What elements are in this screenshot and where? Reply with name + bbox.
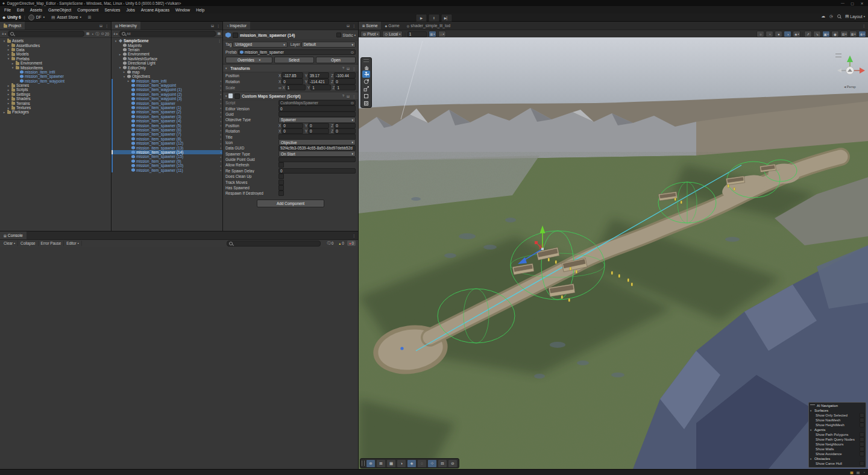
window-grid-icon[interactable]: ⊞	[88, 15, 92, 20]
prefab-open-chevron-icon[interactable]: ›	[220, 128, 222, 132]
tab-console[interactable]: ▤ Console	[0, 231, 27, 239]
more-icon[interactable]: ⋮	[862, 24, 866, 28]
tab-shader-simple-lit-lod[interactable]: ◎shader_simple_lit_lod	[403, 22, 454, 30]
search-by-label-icon[interactable]: ◔	[91, 32, 93, 36]
foldout-arrow-icon[interactable]: ▾	[122, 75, 126, 78]
lock-icon[interactable]: ⊟	[347, 24, 350, 28]
ai-nav-item-show-walls[interactable]: Show Walls	[810, 447, 864, 451]
camera-settings-icon[interactable]: ▣▾	[822, 31, 830, 37]
menu-services[interactable]: Services	[101, 8, 123, 12]
foldout-arrow-icon[interactable]: ▸	[7, 101, 10, 105]
project-search-input[interactable]	[8, 31, 84, 37]
overlay-drag-handle[interactable]	[810, 404, 815, 407]
background-progress-icon[interactable]: ◔	[863, 471, 865, 474]
scene-visibility-icon[interactable]: ◉	[831, 31, 839, 37]
rect-tool[interactable]	[362, 92, 370, 99]
favorites-icon[interactable]: ⓘ	[95, 31, 99, 37]
tree-item-mission-item-spawner-5[interactable]: mission_item_spawner (5)›	[112, 123, 222, 127]
foldout-arrow-icon[interactable]: ▾	[7, 57, 10, 60]
tree-item-settings[interactable]: ▸Settings	[0, 92, 111, 96]
gameobject-name[interactable]: mission_item_spawner (14)	[240, 33, 295, 37]
ai-nav-section-surfaces[interactable]: ▾Surfaces	[810, 408, 864, 413]
tab-hierarchy[interactable]: ▤ Hierarchy	[112, 22, 140, 30]
tree-item-mission-item-spawner-2[interactable]: mission_item_spawner (2)›	[112, 110, 222, 114]
vector-field-z[interactable]: -100.44	[334, 72, 356, 78]
foldout-arrow-icon[interactable]: ▸	[11, 61, 14, 65]
tree-item-terrains[interactable]: ▸Terrains	[0, 101, 111, 105]
checkbox[interactable]	[278, 190, 284, 196]
tree-item-environment[interactable]: ▸Environment	[0, 61, 111, 65]
rotate-tool[interactable]	[362, 78, 370, 85]
isolate-icon[interactable]: ⇘	[813, 31, 821, 37]
vector-field-z[interactable]: 0	[334, 128, 356, 134]
vector-field-y[interactable]: 0	[308, 123, 329, 129]
cloud-icon[interactable]: ☁	[821, 14, 825, 19]
foldout-arrow-icon[interactable]: ▸	[7, 48, 10, 51]
tree-item-mission-item-infil[interactable]: mission_item_infil	[0, 70, 111, 74]
gameobject-enabled-checkbox[interactable]	[233, 33, 238, 38]
prefab-open-chevron-icon[interactable]: ›	[220, 164, 222, 168]
dropdown-field[interactable]: On Start▾	[278, 151, 356, 157]
zoom-icon[interactable]: ◌	[417, 459, 427, 468]
foldout-arrow-icon[interactable]: ▸	[2, 110, 6, 114]
more-icon[interactable]: ⋮	[218, 39, 223, 43]
menu-arcane-alpacas[interactable]: Arcane Alpacas	[138, 8, 172, 12]
prefab-open-chevron-icon[interactable]: ›	[220, 84, 222, 87]
checkbox[interactable]	[860, 451, 864, 456]
move-tool[interactable]	[362, 71, 370, 78]
prefab-open-chevron-icon[interactable]: ›	[220, 92, 222, 96]
foldout-arrow-icon[interactable]: ▸	[7, 43, 10, 47]
text-field[interactable]	[278, 112, 356, 118]
select-button[interactable]: Select	[274, 57, 314, 63]
skybox-toggle-icon[interactable]: ◑	[784, 31, 791, 37]
dropdown-field[interactable]: Spawner▾	[278, 117, 356, 123]
vector-field-y[interactable]: 39.17	[308, 72, 329, 78]
text-field[interactable]: 92f4c9b3-0539-4c65-8a50-6bd97debb52d	[278, 145, 356, 151]
cache-server-icon[interactable]: ▤	[857, 470, 860, 474]
vector-field-x[interactable]: 1	[286, 84, 306, 90]
static-dropdown-icon[interactable]: ▾	[354, 34, 356, 37]
crosshair-icon[interactable]: ⊹	[427, 459, 437, 468]
snap-settings-dropdown[interactable]: ∩▾	[438, 31, 446, 37]
orientation-dropdown[interactable]: ◇ Local ▾	[382, 31, 403, 37]
menu-gameobject[interactable]: GameObject	[45, 8, 74, 12]
ai-nav-item-show-path-polygons[interactable]: Show Path Polygons	[810, 432, 864, 437]
prefab-open-chevron-icon[interactable]: ›	[220, 79, 222, 83]
tree-item-mission-item-spawner-1[interactable]: mission_item_spawner (1)›	[112, 105, 222, 110]
effects-icon[interactable]: ◈	[407, 459, 417, 468]
prefab-open-chevron-icon[interactable]: ›	[220, 150, 222, 154]
foldout-arrow-icon[interactable]: ▸	[7, 84, 10, 87]
ai-nav-item-show-only-selected[interactable]: Show Only Selected	[810, 413, 864, 418]
prefab-open-chevron-icon[interactable]: ›	[220, 115, 222, 118]
ai-nav-item-show-neighbours[interactable]: Show Neighbours	[810, 442, 864, 447]
pivot-dropdown[interactable]: ⊙ Pivot ▾	[360, 31, 380, 37]
prefab-open-chevron-icon[interactable]: ›	[220, 110, 222, 114]
text-field[interactable]: 0	[278, 105, 356, 112]
menu-window[interactable]: Window	[172, 8, 193, 12]
editor-button[interactable]: Editor▾	[64, 241, 81, 246]
add-component-button[interactable]: Add Component	[257, 200, 324, 207]
step-button[interactable]: ▶▏	[441, 14, 453, 22]
error-count-toggle[interactable]: ● 0	[347, 241, 356, 246]
foldout-arrow-icon[interactable]: ▾	[2, 39, 6, 43]
vector-field-x[interactable]: 0	[281, 128, 303, 134]
prefab-open-chevron-icon[interactable]: ›	[220, 97, 222, 101]
undo-history-icon[interactable]: ◷	[829, 14, 833, 19]
tag-dropdown[interactable]: Untagged▾	[233, 42, 287, 48]
tree-item-mission-item-waypoint-2[interactable]: mission_item_waypoint (2)›	[112, 92, 222, 96]
tree-item-map[interactable]: ▸map	[112, 70, 222, 74]
ai-nav-section-agents[interactable]: ▾Agents	[810, 427, 864, 432]
text-field[interactable]: 0	[278, 168, 356, 174]
vector-field-y[interactable]: -114.421	[308, 78, 329, 84]
grid-2d-icon[interactable]: ⇗	[804, 31, 812, 37]
tree-item-scripts[interactable]: ▸Scripts	[0, 87, 111, 92]
tree-item-objectives[interactable]: ▾Objectives	[112, 74, 222, 78]
foldout-arrow-icon[interactable]: ▾	[118, 66, 122, 69]
foldout-arrow-icon[interactable]: ▾	[114, 39, 118, 43]
vector-field-z[interactable]: 0	[334, 78, 356, 84]
foldout-arrow-icon[interactable]: ▸	[7, 88, 10, 92]
overlay-menu-icon[interactable]: ⊞▾	[849, 31, 857, 37]
more-icon[interactable]: ⋮	[105, 24, 108, 28]
menu-file[interactable]: File	[1, 8, 14, 12]
overlay-drag-handle[interactable]	[362, 461, 365, 466]
